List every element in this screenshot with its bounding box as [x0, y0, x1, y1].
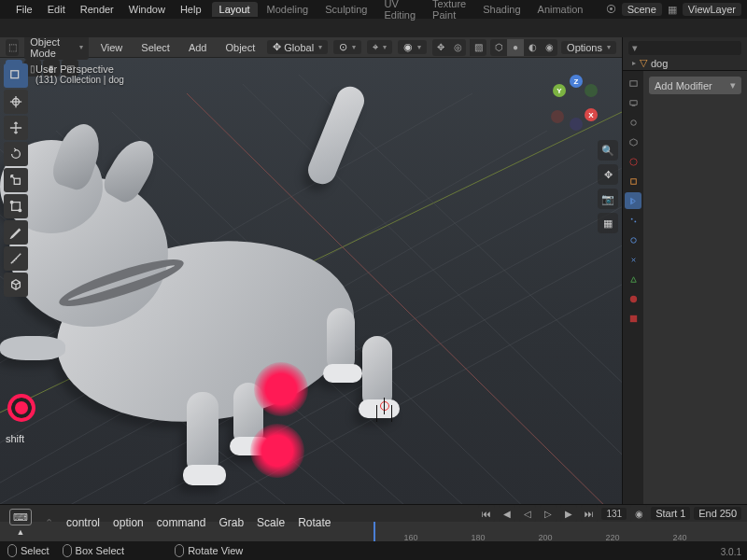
menu-edit[interactable]: Edit	[41, 2, 72, 17]
tool-transform[interactable]	[4, 194, 28, 218]
svg-point-28	[630, 217, 632, 219]
gizmo-z-axis[interactable]: Z	[570, 75, 583, 88]
scene-browse-icon[interactable]: ⦿	[606, 4, 616, 15]
menu-render[interactable]: Render	[74, 2, 120, 17]
ptab-physics[interactable]	[625, 231, 641, 248]
menu-file[interactable]: File	[9, 2, 39, 17]
viewport-side-controls: 🔍 ✥ 📷 ▦	[598, 140, 618, 233]
svg-rect-24	[629, 80, 636, 86]
gizmo-y-axis[interactable]: Y	[553, 84, 566, 97]
svg-point-31	[629, 295, 636, 301]
right-panel: ▾ ⎚ ▸ ▽ dog	[622, 37, 747, 504]
prev-key-icon[interactable]: ◀	[499, 505, 515, 522]
tool-move[interactable]	[4, 116, 28, 140]
play-icon[interactable]: ▷	[540, 505, 557, 522]
viewlayer-browse-icon[interactable]: ▦	[668, 4, 677, 16]
version-label: 3.0.1	[721, 547, 741, 557]
camera-view-icon[interactable]: 📷	[598, 189, 618, 209]
outliner-search[interactable]: ▾ ⎚	[628, 41, 741, 55]
overlay-perspective: User Perspective	[35, 63, 124, 75]
overlay-collection: (131) Collection | dog	[35, 75, 124, 85]
navigation-gizmo[interactable]: X Y Z	[549, 78, 599, 129]
tool-add-cube[interactable]	[4, 273, 28, 297]
ptab-modifiers[interactable]	[625, 192, 641, 209]
ptab-render[interactable]	[625, 75, 641, 91]
jump-start-icon[interactable]: ⏮	[478, 505, 495, 522]
ptab-output[interactable]	[625, 94, 641, 111]
mouse-middle-icon	[175, 544, 184, 557]
mouse-left-icon	[63, 544, 72, 557]
timeline-ruler[interactable]: 160 180 200 220 240	[0, 522, 747, 542]
properties-panel: Add Modifier ▾	[623, 71, 747, 504]
pan-icon[interactable]: ✥	[598, 164, 618, 185]
workspace-tab-modeling[interactable]: Modeling	[260, 2, 317, 17]
svg-rect-20	[14, 178, 20, 184]
tool-select-box[interactable]	[4, 63, 28, 88]
autokey-icon[interactable]: ◉	[630, 505, 647, 522]
tool-scale[interactable]	[4, 168, 28, 192]
svg-point-23	[19, 209, 21, 212]
dog-mesh[interactable]	[0, 84, 439, 485]
3d-cursor-icon	[378, 399, 391, 413]
current-frame-field[interactable]: 131	[601, 508, 627, 520]
status-bar: Select Box Select Rotate View	[0, 541, 747, 560]
playhead[interactable]	[374, 522, 375, 542]
ptab-world[interactable]	[625, 153, 641, 170]
tool-cursor[interactable]	[4, 90, 28, 114]
viewport-toolbar	[4, 63, 28, 297]
svg-point-22	[10, 201, 13, 203]
filter-icon[interactable]: ▾	[632, 42, 638, 54]
outliner-item-label: dog	[651, 58, 668, 69]
next-key-icon[interactable]: ▶	[560, 505, 577, 522]
ptab-data[interactable]	[625, 271, 641, 287]
tool-measure[interactable]	[4, 246, 28, 271]
outliner[interactable]: ▾ ⎚ ▸ ▽ dog	[623, 37, 747, 71]
workspace-tab-layout[interactable]: Layout	[212, 2, 258, 17]
gizmo-x-axis[interactable]: X	[585, 108, 598, 121]
tool-rotate[interactable]	[4, 142, 28, 166]
jump-end-icon[interactable]: ⏭	[581, 505, 598, 522]
viewport-overlay-text: User Perspective (131) Collection | dog	[35, 63, 124, 85]
outliner-search-input[interactable]	[641, 43, 747, 54]
ptab-particles[interactable]	[625, 212, 641, 229]
perspective-toggle-icon[interactable]: ▦	[598, 213, 618, 233]
status-box-select: Box Select	[76, 545, 125, 556]
svg-rect-27	[630, 178, 636, 184]
start-frame-field[interactable]: Start 1	[651, 507, 690, 520]
ptab-texture[interactable]	[625, 310, 641, 327]
add-modifier-dropdown[interactable]: Add Modifier ▾	[649, 77, 741, 94]
workspace-tab-animation[interactable]: Animation	[530, 2, 591, 17]
end-frame-field[interactable]: End 250	[694, 507, 741, 520]
3d-viewport[interactable]: ⬚ Object Mode View Select Add Object ✥ G…	[0, 37, 622, 504]
disclosure-triangle-icon[interactable]: ▸	[632, 59, 636, 67]
viewlayer-field[interactable]: ViewLayer	[683, 3, 741, 16]
svg-point-29	[634, 220, 636, 222]
svg-point-30	[630, 237, 636, 243]
play-rev-icon[interactable]: ◁	[519, 505, 536, 522]
svg-point-26	[629, 158, 636, 164]
scene-field[interactable]: Scene	[622, 3, 662, 16]
mouse-left-icon	[7, 544, 17, 557]
ptab-material[interactable]	[625, 290, 641, 307]
touch-indicator-icon	[7, 394, 35, 422]
workspace-tab-shading[interactable]: Shading	[475, 2, 528, 17]
ptab-viewlayer[interactable]	[625, 114, 641, 131]
tool-annotate[interactable]	[4, 220, 28, 245]
menu-window[interactable]: Window	[122, 2, 172, 17]
outliner-item-dog[interactable]: ▸ ▽ dog	[628, 55, 741, 71]
svg-rect-32	[629, 315, 636, 321]
zoom-icon[interactable]: 🔍	[598, 140, 618, 161]
status-rotate-view: Rotate View	[188, 545, 243, 556]
ptab-object[interactable]	[625, 173, 641, 189]
scene-strip: ⦿ Scene ▦ ViewLayer	[600, 0, 747, 19]
workspace-tab-sculpting[interactable]: Sculpting	[317, 2, 374, 17]
workspace-tab-texpaint[interactable]: Texture Paint	[425, 0, 473, 22]
ptab-scene[interactable]	[625, 133, 641, 150]
shift-key-indicator: shift	[6, 433, 24, 444]
svg-point-25	[630, 119, 636, 125]
menu-help[interactable]: Help	[174, 2, 208, 17]
timeline[interactable]: ⏮ ◀ ◁ ▷ ▶ ⏭ 131 ◉ Start 1 End 250 160 18…	[0, 504, 747, 541]
workspace-tab-uv[interactable]: UV Editing	[376, 0, 423, 22]
ptab-constraints[interactable]	[625, 251, 641, 268]
status-select: Select	[21, 545, 49, 556]
